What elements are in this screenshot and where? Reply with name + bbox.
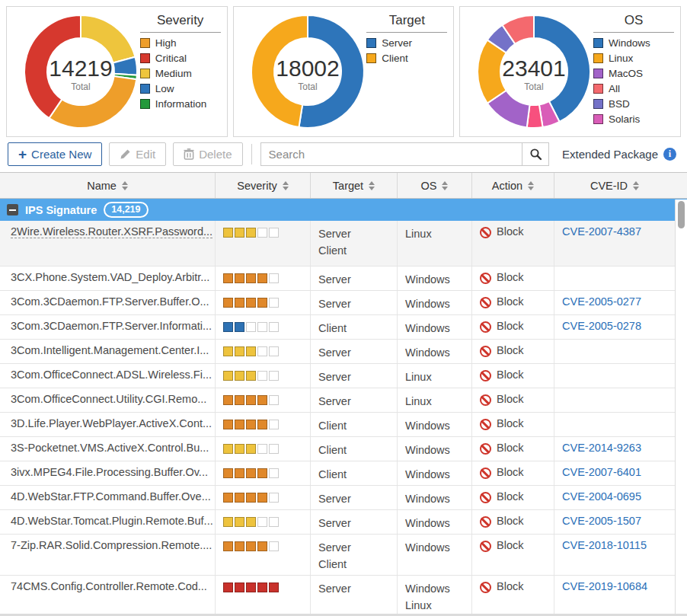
- cve-cell: CVE-2007-4387: [554, 221, 675, 266]
- create-new-button[interactable]: + Create New: [8, 142, 102, 166]
- severity-bar-filled: [246, 395, 256, 405]
- legend-item[interactable]: Low: [140, 83, 221, 94]
- legend-item[interactable]: Server: [366, 37, 447, 49]
- signature-name-cell[interactable]: 3Com.Intelligent.Management.Center.I...: [0, 340, 216, 363]
- legend-item[interactable]: MacOS: [593, 68, 674, 79]
- legend-item[interactable]: High: [140, 37, 221, 49]
- legend-item[interactable]: Information: [140, 98, 221, 110]
- column-label: Severity: [237, 180, 276, 192]
- sort-icon: [528, 181, 534, 190]
- legend-item[interactable]: Linux: [593, 53, 674, 64]
- table-row[interactable]: 74CMS.Config.Controller.Remote.Cod...Ser…: [0, 576, 687, 616]
- create-new-label: Create New: [31, 148, 91, 161]
- cell-line: Server: [318, 515, 392, 531]
- table-row[interactable]: 3ivx.MPEG4.File.Processing.Buffer.Ov...C…: [0, 461, 687, 486]
- severity-bar-filled: [223, 493, 233, 503]
- table-row[interactable]: 7-Zip.RAR.Solid.Compression.Remote....Se…: [0, 535, 687, 576]
- signature-name-cell[interactable]: 3Com.OfficeConnect.Utility.CGI.Remo...: [0, 388, 216, 412]
- search-input[interactable]: [260, 142, 522, 166]
- signature-name-cell[interactable]: 3Com.3CDaemon.FTP.Server.Informati...: [0, 315, 216, 339]
- cve-link[interactable]: CVE-2004-0695: [562, 490, 641, 503]
- signature-name-cell[interactable]: 3CX.Phone.System.VAD_Deploy.Arbitr...: [0, 267, 216, 290]
- severity-bar-empty: [269, 395, 279, 405]
- cve-link[interactable]: CVE-2007-6401: [562, 466, 641, 478]
- table-row[interactable]: 3CX.Phone.System.VAD_Deploy.Arbitr...Ser…: [0, 267, 687, 291]
- info-icon[interactable]: i: [663, 148, 676, 161]
- legend-item[interactable]: All: [593, 83, 674, 94]
- severity-cell: [216, 576, 311, 616]
- column-header-cve-id[interactable]: CVE-ID: [554, 173, 675, 198]
- donut-segment[interactable]: [49, 76, 136, 128]
- target-donut[interactable]: 18002Total: [235, 7, 372, 136]
- cve-link[interactable]: CVE-2014-9263: [562, 442, 641, 454]
- block-icon: [480, 468, 491, 479]
- cve-link[interactable]: CVE-2019-10684: [562, 580, 647, 592]
- search-button[interactable]: [522, 142, 549, 166]
- legend-item[interactable]: Medium: [140, 68, 221, 79]
- target-cell: Server: [311, 267, 398, 290]
- severity-bar-filled: [223, 468, 233, 478]
- table-row[interactable]: 2Wire.Wireless.Router.XSRF.Password...Se…: [0, 221, 687, 267]
- action-cell: Block: [472, 535, 554, 575]
- cell-line: Server: [318, 580, 392, 597]
- signature-name-cell[interactable]: 2Wire.Wireless.Router.XSRF.Password...: [0, 221, 216, 266]
- table-row[interactable]: 3Com.3CDaemon.FTP.Server.Buffer.O...Serv…: [0, 291, 687, 315]
- group-row-ips-signature[interactable]: IPS Signature 14,219: [0, 199, 687, 221]
- cve-cell: CVE-2019-10684: [554, 576, 675, 616]
- signature-name-cell[interactable]: 3Com.3CDaemon.FTP.Server.Buffer.O...: [0, 291, 216, 314]
- table-row[interactable]: 4D.WebStar.FTP.Command.Buffer.Ove...Serv…: [0, 486, 687, 510]
- edit-button[interactable]: Edit: [109, 142, 166, 166]
- signature-name-cell[interactable]: 4D.WebStar.Tomcat.Plugin.Remote.Buf...: [0, 510, 216, 534]
- table-row[interactable]: 3Com.OfficeConnect.ADSL.Wireless.Fi...Se…: [0, 364, 687, 388]
- cve-link[interactable]: CVE-2005-0277: [562, 295, 641, 308]
- cve-cell: CVE-2014-9263: [554, 437, 675, 461]
- cve-link[interactable]: CVE-2007-4387: [562, 225, 641, 238]
- sort-icon: [283, 181, 289, 190]
- column-header-target[interactable]: Target: [311, 173, 398, 198]
- action-label: Block: [497, 539, 523, 575]
- group-label: IPS Signature: [25, 204, 97, 216]
- table-row[interactable]: 3S-Pocketnet.VMS.ActiveX.Control.Bu...Cl…: [0, 437, 687, 461]
- severity-donut[interactable]: 14219Total: [8, 7, 145, 136]
- legend-item[interactable]: Critical: [140, 53, 221, 64]
- table-row[interactable]: 3Com.Intelligent.Management.Center.I...S…: [0, 340, 687, 364]
- cell-line: Windows: [405, 417, 467, 434]
- os-donut[interactable]: 23401Total: [462, 7, 599, 136]
- column-header-name[interactable]: Name: [0, 173, 216, 198]
- action-cell: Block: [472, 291, 554, 314]
- column-label: Target: [333, 180, 363, 192]
- legend-item[interactable]: Solaris: [593, 113, 674, 125]
- table-row[interactable]: 3Com.OfficeConnect.Utility.CGI.Remo...Se…: [0, 388, 687, 413]
- target-cell: Server: [311, 364, 398, 388]
- signature-name-cell[interactable]: 3D.Life.Player.WebPlayer.ActiveX.Cont...: [0, 413, 216, 436]
- legend-label: Server: [382, 37, 412, 49]
- cell-line: Server: [318, 295, 392, 312]
- cve-link[interactable]: CVE-2005-1507: [562, 515, 641, 527]
- signature-name-cell[interactable]: 3S-Pocketnet.VMS.ActiveX.Control.Bu...: [0, 437, 216, 461]
- cve-link[interactable]: CVE-2018-10115: [562, 539, 647, 551]
- column-header-severity[interactable]: Severity: [216, 173, 311, 198]
- table-row[interactable]: 3Com.3CDaemon.FTP.Server.Informati...Cli…: [0, 315, 687, 340]
- legend-item[interactable]: BSD: [593, 98, 674, 110]
- delete-button[interactable]: Delete: [173, 142, 242, 166]
- action-label: Block: [497, 580, 523, 616]
- vertical-scrollbar[interactable]: [675, 199, 687, 616]
- legend-item[interactable]: Client: [366, 53, 447, 64]
- signature-name-cell[interactable]: 74CMS.Config.Controller.Remote.Cod...: [0, 576, 216, 616]
- table-row[interactable]: 4D.WebStar.Tomcat.Plugin.Remote.Buf...Se…: [0, 510, 687, 535]
- action-label: Block: [497, 417, 523, 436]
- signature-name-cell[interactable]: 7-Zip.RAR.Solid.Compression.Remote....: [0, 535, 216, 575]
- legend-swatch-icon: [593, 84, 603, 94]
- cve-link[interactable]: CVE-2005-0278: [562, 320, 641, 332]
- severity-bar-empty: [269, 322, 279, 332]
- signature-name-cell[interactable]: 4D.WebStar.FTP.Command.Buffer.Ove...: [0, 486, 216, 509]
- column-header-action[interactable]: Action: [472, 173, 554, 198]
- legend-label: Low: [155, 83, 174, 94]
- signature-name-cell[interactable]: 3Com.OfficeConnect.ADSL.Wireless.Fi...: [0, 364, 216, 388]
- column-header-os[interactable]: OS: [398, 173, 472, 198]
- signature-name-cell[interactable]: 3ivx.MPEG4.File.Processing.Buffer.Ov...: [0, 461, 216, 485]
- collapse-icon[interactable]: [7, 204, 18, 215]
- legend-item[interactable]: Windows: [593, 37, 674, 49]
- scrollbar-thumb[interactable]: [678, 201, 685, 228]
- table-row[interactable]: 3D.Life.Player.WebPlayer.ActiveX.Cont...…: [0, 413, 687, 437]
